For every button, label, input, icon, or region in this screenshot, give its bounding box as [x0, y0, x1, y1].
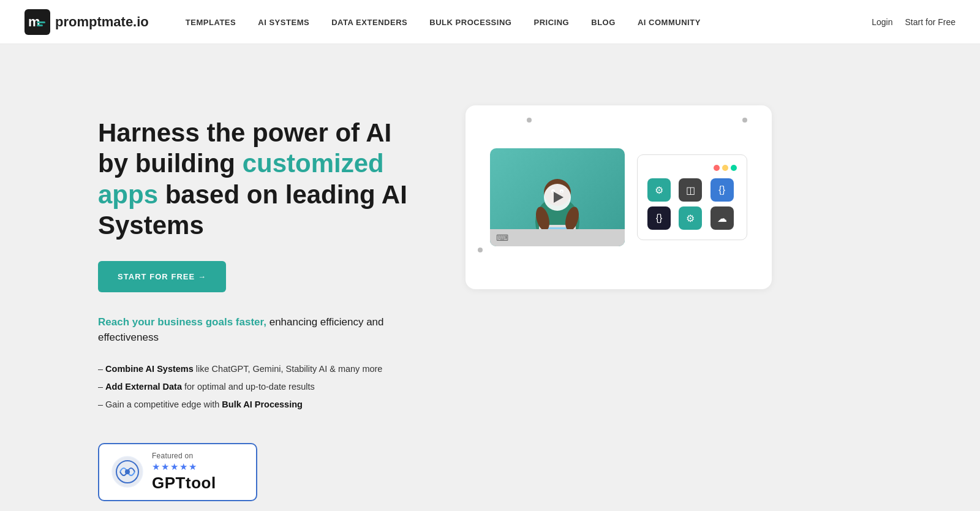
window-dot-green: [731, 165, 737, 171]
keyboard-icon: ⌨: [496, 233, 508, 243]
nav-auth: Login Start for Free: [872, 17, 956, 27]
gpttool-badge[interactable]: Featured on ★★★★★ GPTtool: [98, 443, 257, 501]
gpttool-icon: [111, 456, 143, 488]
nav-templates[interactable]: TEMPLATES: [186, 18, 236, 27]
window-dot-red: [714, 165, 720, 171]
svg-rect-2: [37, 21, 45, 23]
gpttool-featured-label: Featured on: [152, 452, 216, 460]
nav-start-free-link[interactable]: Start for Free: [905, 17, 956, 27]
hero-cta-label: START FOR FREE →: [118, 272, 206, 281]
bullet-3: Gain a competitive edge with Bulk AI Pro…: [98, 396, 417, 414]
hero-subtitle: Reach your business goals faster, enhanc…: [98, 314, 417, 346]
hero-bullets: Combine AI Systems like ChatGPT, Gemini,…: [98, 360, 417, 414]
logo-link[interactable]: m promptmate.io: [24, 9, 149, 35]
app-icon-4: {}: [647, 206, 671, 230]
app-icon-6: ☁: [710, 206, 734, 230]
gpttool-stars: ★★★★★: [152, 461, 216, 472]
nav-links: TEMPLATES AI SYSTEMS DATA EXTENDERS BULK…: [186, 17, 872, 28]
play-icon: [554, 192, 564, 203]
hero-left: Harness the power of AI by building cust…: [98, 93, 417, 511]
video-play-button[interactable]: [544, 184, 571, 211]
gpttool-badge-right: Featured on ★★★★★ GPTtool: [152, 452, 216, 493]
dot-topleft: [527, 118, 532, 123]
logo-text: promptmate.io: [55, 14, 149, 30]
hero-illustration: ⌨ ⚙ ◫ {} {} ⚙ ☁: [466, 105, 772, 289]
bullet-3-bold: Bulk AI Processing: [222, 399, 303, 409]
window-controls: [647, 165, 737, 171]
nav-pricing[interactable]: PRICING: [533, 18, 569, 27]
bullet-2-bold: Add External Data: [105, 382, 182, 392]
svg-point-6: [125, 469, 130, 474]
dot-topright: [742, 118, 747, 123]
nav-bulk-processing[interactable]: BULK PROCESSING: [429, 18, 511, 27]
bullet-2: Add External Data for optimal and up-to-…: [98, 378, 417, 396]
app-icon-1: ⚙: [647, 178, 671, 202]
gpttool-name: GPTtool: [152, 474, 216, 493]
hero-section: Harness the power of AI by building cust…: [0, 44, 980, 511]
svg-rect-3: [37, 25, 43, 26]
hero-right: ⌨ ⚙ ◫ {} {} ⚙ ☁: [466, 93, 772, 289]
nav-ai-systems[interactable]: AI SYSTEMS: [258, 18, 309, 27]
hero-cta-button[interactable]: START FOR FREE →: [98, 261, 226, 292]
hero-title: Harness the power of AI by building cust…: [98, 118, 417, 241]
hero-subtitle-accent: Reach your business goals faster,: [98, 316, 266, 328]
bullet-1: Combine AI Systems like ChatGPT, Gemini,…: [98, 360, 417, 378]
nav-blog[interactable]: BLOG: [591, 18, 616, 27]
window-dot-yellow: [722, 165, 728, 171]
nav-data-extenders[interactable]: DATA EXTENDERS: [331, 18, 407, 27]
login-link[interactable]: Login: [872, 17, 892, 27]
nav-ai-community[interactable]: AI COMMUNITY: [638, 18, 701, 27]
app-icons-grid: ⚙ ◫ {} {} ⚙ ☁: [647, 178, 737, 230]
logo-icon: m: [24, 9, 50, 35]
video-bottom-bar: ⌨: [490, 229, 625, 246]
app-grid-panel: ⚙ ◫ {} {} ⚙ ☁: [637, 154, 747, 240]
badges-row: Featured on ★★★★★ GPTtool P FEATURED ON …: [98, 443, 417, 511]
dot-bottomleft: [478, 248, 483, 252]
app-icon-3: {}: [710, 178, 734, 202]
navbar: m promptmate.io TEMPLATES AI SYSTEMS DAT…: [0, 0, 980, 44]
bullet-1-bold: Combine AI Systems: [105, 364, 194, 374]
app-icon-2: ◫: [679, 178, 702, 202]
app-icon-5: ⚙: [679, 206, 702, 230]
video-panel: ⌨: [490, 148, 625, 246]
